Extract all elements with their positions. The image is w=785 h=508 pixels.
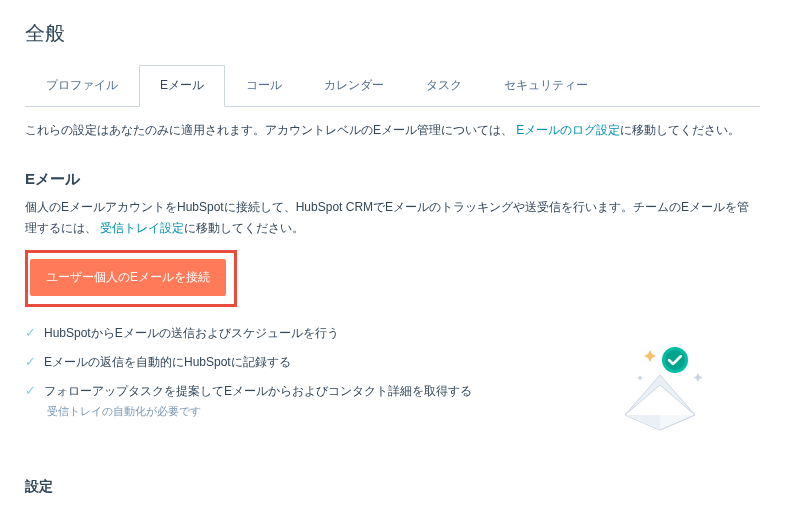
tab-calendar[interactable]: カレンダー [303, 65, 405, 106]
tab-profile[interactable]: プロファイル [25, 65, 139, 106]
feature-item: ✓ Eメールの返信を自動的にHubSpotに記録する [25, 354, 472, 371]
feature-text: HubSpotからEメールの送信およびスケジュールを行う [44, 325, 339, 342]
check-icon: ✓ [25, 354, 36, 369]
email-section-desc: 個人のEメールアカウントをHubSpotに接続して、HubSpot CRMでEメ… [25, 197, 760, 238]
email-section-title: Eメール [25, 170, 760, 189]
tab-email[interactable]: Eメール [139, 65, 225, 107]
connect-button-highlight: ユーザー個人のEメールを接続 [25, 250, 237, 307]
desc-prefix: これらの設定はあなたのみに適用されます。アカウントレベルのEメール管理については… [25, 123, 513, 137]
feature-item: ✓ HubSpotからEメールの送信およびスケジュールを行う [25, 325, 472, 342]
feature-item: ✓ フォローアップタスクを提案してEメールからおよびコンタクト詳細を取得する [25, 383, 472, 400]
tab-task[interactable]: タスク [405, 65, 483, 106]
feature-text: フォローアップタスクを提案してEメールからおよびコンタクト詳細を取得する [44, 383, 472, 400]
email-log-settings-link[interactable]: Eメールのログ設定 [516, 123, 620, 137]
tabs-nav: プロファイル Eメール コール カレンダー タスク セキュリティー [25, 65, 760, 107]
connect-email-button[interactable]: ユーザー個人のEメールを接続 [30, 259, 226, 296]
tab-security[interactable]: セキュリティー [483, 65, 609, 106]
page-title: 全般 [25, 20, 760, 47]
settings-section-title: 設定 [25, 478, 760, 496]
desc-suffix: に移動してください。 [620, 123, 740, 137]
feature-note: 受信トレイの自動化が必要です [47, 404, 472, 419]
tab-call[interactable]: コール [225, 65, 303, 106]
check-icon: ✓ [25, 383, 36, 398]
page-description: これらの設定はあなたのみに適用されます。アカウントレベルのEメール管理については… [25, 121, 760, 140]
feature-list: ✓ HubSpotからEメールの送信およびスケジュールを行う ✓ Eメールの返信… [25, 325, 472, 400]
features-row: ✓ HubSpotからEメールの送信およびスケジュールを行う ✓ Eメールの返信… [25, 325, 760, 448]
check-icon: ✓ [25, 325, 36, 340]
envelope-illustration [580, 325, 740, 448]
email-desc-suffix: に移動してください。 [184, 221, 304, 235]
feature-text: Eメールの返信を自動的にHubSpotに記録する [44, 354, 291, 371]
inbox-settings-link[interactable]: 受信トレイ設定 [100, 221, 184, 235]
